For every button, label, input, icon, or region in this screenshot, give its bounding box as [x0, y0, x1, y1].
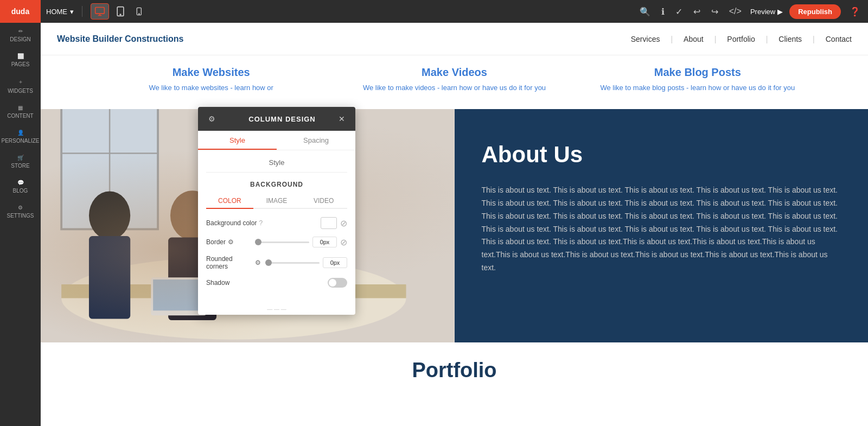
sidebar-label-settings: SETTINGS [7, 213, 34, 219]
about-text-panel: About Us This is about us text. This is … [455, 109, 869, 342]
tab-style[interactable]: Style [198, 131, 277, 150]
service-desc-websites: We like to make websites - learn how or [95, 83, 327, 93]
nav-about[interactable]: About [684, 35, 704, 43]
about-section: About Us This is about us text. This is … [41, 109, 868, 342]
website-frame: Website Builder Constructions Services |… [41, 23, 868, 426]
app-logo[interactable]: duda [0, 0, 41, 23]
sidebar-label-personalize: PERSONALIZE [1, 138, 39, 144]
scroll-indicator: — — — [198, 303, 355, 315]
service-item-videos: Make Videos We like to make videos - lea… [338, 66, 570, 93]
shadow-toggle-container [328, 278, 347, 288]
republish-button[interactable]: Republish [789, 4, 841, 19]
shadow-label: Shadow [206, 279, 323, 287]
rounded-slider[interactable] [265, 262, 320, 264]
panel-header: ⚙ COLUMN DESIGN ✕ [198, 107, 355, 131]
nav-sep-1: | [671, 35, 673, 43]
portfolio-section: Portfolio [41, 342, 868, 398]
panel-tabs: Style Spacing [198, 131, 355, 150]
about-body: This is about us text. This is about us … [482, 184, 841, 275]
panel-body: Style BACKGROUND COLOR IMAGE VIDEO Backg… [198, 150, 355, 303]
rounded-input[interactable]: 0px [323, 257, 347, 268]
tab-spacing[interactable]: Spacing [277, 131, 355, 150]
service-item-blog: Make Blog Posts We like to make blog pos… [582, 66, 814, 93]
canvas-area: Website Builder Constructions Services |… [41, 23, 868, 426]
bg-tab-color[interactable]: COLOR [206, 194, 253, 208]
rounded-gear-icon[interactable]: ⚙ [255, 259, 261, 266]
service-desc-blog: We like to make blog posts - learn how o… [582, 83, 814, 93]
border-slider[interactable] [255, 241, 309, 243]
bg-tabs: COLOR IMAGE VIDEO [206, 194, 347, 209]
plus-icon: ＋ [18, 78, 23, 86]
sidebar-item-pages[interactable]: ⬜ PAGES [0, 48, 41, 73]
reset-color-icon[interactable]: ⊘ [340, 218, 347, 228]
nav-sep-3: | [766, 35, 768, 43]
sidebar-item-store[interactable]: 🛒 STORE [0, 149, 41, 174]
svg-point-4 [139, 14, 139, 14]
topbar: HOME ▾ 🔍 ℹ ✓ ↩ ↪ </> Preview ▶ [41, 0, 868, 23]
bg-tab-image[interactable]: IMAGE [253, 194, 301, 208]
sidebar-item-design[interactable]: ✏ DESIGN [0, 23, 41, 48]
sidebar-item-settings[interactable]: ⚙ SETTINGS [0, 199, 41, 224]
sidebar-label-blog: BLOG [13, 188, 28, 194]
undo-button[interactable]: ↩ [691, 4, 703, 19]
service-title-videos: Make Videos [338, 66, 570, 79]
redo-button[interactable]: ↪ [709, 4, 720, 19]
panel-settings-icon[interactable]: ⚙ [206, 113, 217, 124]
shadow-toggle[interactable] [328, 278, 347, 288]
rounded-slider-container: 0px [265, 257, 347, 268]
services-section: Make Websites We like to make websites -… [41, 55, 868, 109]
service-desc-videos: We like to make videos - learn how or ha… [338, 83, 570, 93]
bg-color-controls: ⊘ [321, 217, 347, 229]
border-row: Border ⚙ 0px ⊘ [206, 237, 347, 247]
rounded-corners-row: Rounded corners ⚙ 0px [206, 255, 347, 270]
check-button[interactable]: ✓ [673, 4, 685, 19]
nav-services[interactable]: Services [631, 35, 660, 43]
person-icon: 👤 [17, 130, 24, 136]
sidebar-item-blog[interactable]: 💬 BLOG [0, 174, 41, 199]
content-icon: ▦ [18, 105, 23, 111]
border-input[interactable]: 0px [312, 237, 337, 247]
sidebar-item-personalize[interactable]: 👤 PERSONALIZE [0, 124, 41, 149]
desktop-button[interactable] [91, 3, 109, 20]
nav-portfolio[interactable]: Portfolio [727, 35, 755, 43]
border-gear-icon[interactable]: ⚙ [228, 238, 234, 246]
portfolio-title: Portfolio [57, 359, 852, 382]
panel-header-icons: ✕ [336, 113, 347, 124]
topbar-divider [82, 6, 82, 17]
reset-border-icon[interactable]: ⊘ [340, 237, 347, 247]
svg-point-2 [120, 14, 121, 15]
sidebar-item-content[interactable]: ▦ CONTENT [0, 99, 41, 124]
sidebar-label-pages: PAGES [11, 61, 30, 67]
chevron-down-icon: ▾ [70, 8, 74, 16]
site-nav-links: Services | About | Portfolio | Clients |… [631, 35, 852, 43]
panel-close-icon[interactable]: ✕ [336, 113, 347, 124]
code-button[interactable]: </> [727, 4, 744, 18]
nav-contact[interactable]: Contact [826, 35, 852, 43]
search-button[interactable]: 🔍 [637, 4, 653, 19]
color-swatch[interactable] [321, 217, 337, 229]
preview-button[interactable]: Preview ▶ [750, 8, 783, 16]
nav-sep-4: | [813, 35, 815, 43]
tablet-button[interactable] [112, 4, 129, 19]
bg-tab-video[interactable]: VIDEO [300, 194, 347, 208]
service-item-websites: Make Websites We like to make websites -… [95, 66, 327, 93]
mobile-button[interactable] [132, 4, 147, 19]
sidebar-label-store: STORE [11, 163, 29, 169]
play-icon: ▶ [777, 8, 783, 16]
info-button[interactable]: ℹ [659, 4, 667, 19]
rounded-corners-label: Rounded corners ⚙ [206, 255, 261, 270]
nav-clients[interactable]: Clients [778, 35, 802, 43]
help-button[interactable]: ❓ [847, 4, 863, 19]
preview-label: Preview [750, 8, 775, 16]
topbar-right: 🔍 ℹ ✓ ↩ ↪ </> Preview ▶ Republish ❓ [637, 4, 863, 19]
main-area: HOME ▾ 🔍 ℹ ✓ ↩ ↪ </> Preview ▶ [41, 0, 868, 426]
blog-icon: 💬 [17, 180, 24, 186]
services-grid: Make Websites We like to make websites -… [41, 66, 868, 93]
home-button[interactable]: HOME ▾ [46, 8, 74, 16]
sidebar-item-widgets[interactable]: ＋ WIDGETS [0, 73, 41, 99]
svg-rect-7 [61, 109, 158, 229]
help-icon[interactable]: ? [259, 219, 263, 227]
service-title-websites: Make Websites [95, 66, 327, 79]
site-logo: Website Builder Constructions [57, 34, 631, 44]
style-label: Style [206, 158, 347, 173]
